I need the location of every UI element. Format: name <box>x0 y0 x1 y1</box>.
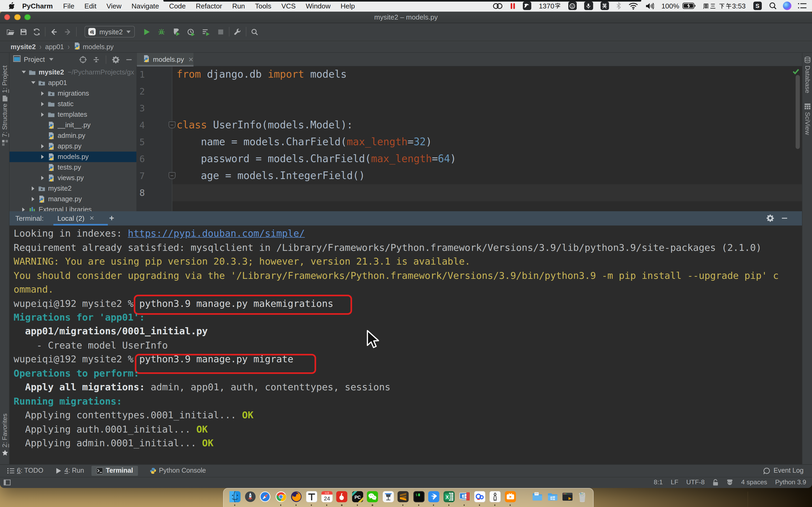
stripe-favorites-button[interactable]: 2: Favorites <box>0 413 9 457</box>
close-tab-icon[interactable]: ✕ <box>188 56 194 63</box>
terminal-output[interactable]: Looking in indexes: https://pypi.douban.… <box>9 225 802 464</box>
menu-item-refactor[interactable]: Refactor <box>191 2 227 10</box>
mic-menu-icon[interactable] <box>584 2 593 10</box>
notification-center-icon[interactable] <box>798 3 807 9</box>
tree-item-mysite2[interactable]: mysite2~/PycharmProjects/gx <box>9 67 136 77</box>
dock-app-keynote[interactable] <box>383 491 394 502</box>
toolbar-terminal[interactable]: Terminal <box>92 465 138 475</box>
wrench-icon[interactable] <box>234 28 242 36</box>
menu-item-help[interactable]: Help <box>336 2 360 10</box>
tree-item-mysite2[interactable]: mysite2 <box>9 183 136 193</box>
dock-app-trash[interactable] <box>576 491 588 502</box>
menu-item-window[interactable]: Window <box>301 2 336 10</box>
volume-icon[interactable] <box>646 2 654 9</box>
menu-item-vcs[interactable]: VCS <box>276 2 301 10</box>
dropbox-agent-icon[interactable] <box>726 479 733 486</box>
profiler-icon[interactable] <box>187 28 195 36</box>
window-titlebar[interactable]: mysite2 – models.py <box>0 12 812 23</box>
stripe-sciview-button[interactable]: SciView <box>803 103 812 135</box>
caret-position[interactable]: 8:1 <box>654 479 663 486</box>
menu-item-run[interactable]: Run <box>227 2 250 10</box>
run-coverage-icon[interactable] <box>172 28 180 36</box>
breadcrumb-item-file[interactable]: models.py <box>83 43 114 51</box>
chevron-down-icon[interactable] <box>49 58 53 61</box>
tree-item-manage-py[interactable]: manage.py <box>9 193 136 204</box>
dock-app-dingtalk[interactable] <box>428 491 439 502</box>
run-configuration-select[interactable]: dj mysite2 <box>85 26 135 38</box>
menu-item-tools[interactable]: Tools <box>250 2 276 10</box>
collapse-all-icon[interactable] <box>93 56 100 63</box>
dock-app-danbei-tv[interactable] <box>505 491 516 502</box>
tree-item-tests-py[interactable]: tests.py <box>9 162 136 172</box>
dock-app-wechat[interactable] <box>367 491 378 502</box>
sogou-menu-icon[interactable]: S <box>753 2 762 10</box>
sync-icon[interactable] <box>33 28 41 36</box>
wifi-icon[interactable] <box>628 2 638 9</box>
breadcrumb-item-project[interactable]: mysite2 <box>11 43 36 51</box>
chevron-collapsed-icon[interactable] <box>40 91 45 96</box>
line-separator[interactable]: LF <box>671 479 678 486</box>
dock-app-folder-windows[interactable] <box>547 491 558 502</box>
run-with-icon[interactable] <box>202 28 210 36</box>
menu-item-edit[interactable]: Edit <box>79 2 101 10</box>
dock-app-finder[interactable] <box>229 491 240 502</box>
chevron-collapsed-icon[interactable] <box>40 101 45 106</box>
chevron-expanded-icon[interactable] <box>31 80 36 85</box>
stop-icon[interactable] <box>217 28 225 36</box>
spotlight-icon[interactable] <box>769 2 776 9</box>
toolbar-todo[interactable]: 6: TODO <box>7 467 43 474</box>
chevron-collapsed-icon[interactable] <box>40 112 45 117</box>
chevron-collapsed-icon[interactable] <box>21 207 26 212</box>
tree-item-templates[interactable]: templates <box>9 109 136 120</box>
stripe-structure-button[interactable]: 7: Structure <box>0 104 9 146</box>
debug-icon[interactable] <box>158 28 165 36</box>
search-icon[interactable] <box>251 28 258 36</box>
gear-icon[interactable] <box>112 56 119 63</box>
menu-item-view[interactable]: View <box>101 2 126 10</box>
tree-item-static[interactable]: static <box>9 99 136 109</box>
event-log[interactable]: Event Log <box>764 467 804 474</box>
dock-app-safari[interactable] <box>259 491 270 502</box>
dock-app-iterm[interactable]: $ <box>413 491 424 502</box>
open-icon[interactable] <box>6 28 14 36</box>
save-icon[interactable] <box>19 28 28 36</box>
menu-item-code[interactable]: Code <box>164 2 191 10</box>
editor-scrollbar-thumb[interactable] <box>795 75 800 149</box>
hide-panel-icon[interactable] <box>125 56 133 63</box>
netdisk-menu-icon[interactable] <box>493 2 503 9</box>
terminal-link[interactable]: https://pypi.douban.com/simple/ <box>128 228 305 239</box>
toolbar-python-console[interactable]: Python Console <box>149 467 206 474</box>
apple-logo-icon[interactable] <box>9 2 16 10</box>
terminal-tab-local[interactable]: Local (2) ✕ <box>55 211 97 225</box>
menu-item-navigate[interactable]: Navigate <box>126 2 164 10</box>
menu-item-pycharm[interactable]: PyCharm <box>16 2 58 10</box>
new-terminal-tab-button[interactable]: + <box>109 214 114 223</box>
locate-file-icon[interactable] <box>79 56 87 63</box>
fold-marker-icon[interactable]: − <box>168 121 175 128</box>
emoji-menu-icon[interactable] <box>568 2 577 10</box>
dock-app-firefox[interactable] <box>291 491 302 502</box>
chevron-collapsed-icon[interactable] <box>31 186 36 191</box>
chevron-collapsed-icon[interactable] <box>40 154 45 159</box>
siri-icon[interactable] <box>783 2 792 10</box>
thunder-menu-icon[interactable] <box>522 2 531 10</box>
dock-app-baimiao[interactable] <box>489 491 500 502</box>
stripe-project-button[interactable]: 1: Project <box>0 65 9 102</box>
forward-icon[interactable] <box>64 28 72 36</box>
dock-app-typora[interactable] <box>306 491 317 502</box>
project-panel-title[interactable]: Project <box>24 55 45 63</box>
lock-icon[interactable] <box>713 479 718 486</box>
file-encoding[interactable]: UTF-8 <box>686 479 705 486</box>
indent-setting[interactable]: 4 spaces <box>741 479 767 486</box>
dock-app-parallels[interactable] <box>459 491 470 502</box>
back-icon[interactable] <box>50 28 58 36</box>
dock-app-terminal-window[interactable] <box>562 491 573 502</box>
run-icon[interactable] <box>143 28 151 36</box>
tree-item--init-py[interactable]: __init__.py <box>9 120 136 130</box>
fold-marker-icon[interactable]: − <box>168 172 175 179</box>
dock-app-netease-music[interactable] <box>336 491 347 502</box>
dock-app-sublime[interactable] <box>397 491 408 502</box>
chevron-collapsed-icon[interactable] <box>40 175 45 180</box>
chevron-expanded-icon[interactable] <box>21 70 26 74</box>
menu-item-file[interactable]: File <box>58 2 80 10</box>
